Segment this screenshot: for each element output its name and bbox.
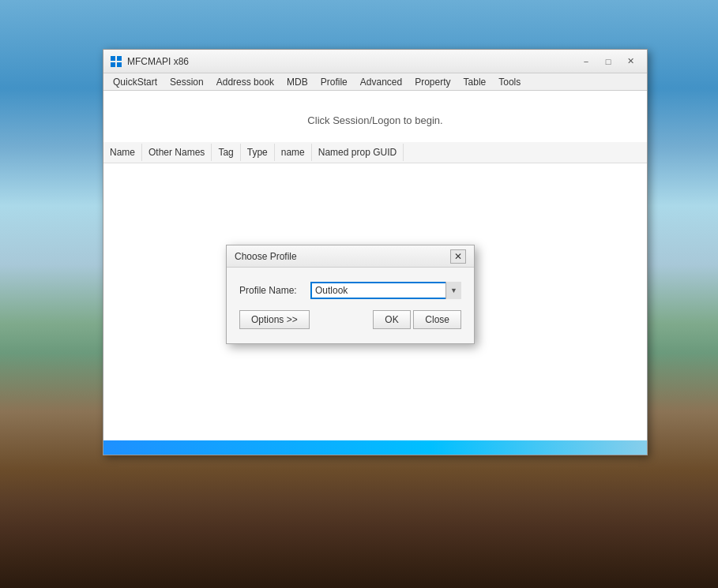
svg-rect-0 xyxy=(111,56,115,61)
choose-profile-dialog: Choose Profile ✕ Profile Name: Outlook ▼… xyxy=(226,245,475,344)
content-area: Click Session/Logon to begin. Name Other… xyxy=(103,91,647,455)
menu-address-book[interactable]: Address book xyxy=(210,73,280,90)
col-name2: name xyxy=(275,144,312,161)
menu-tools[interactable]: Tools xyxy=(492,73,527,90)
session-prompt: Click Session/Logon to begin. xyxy=(103,99,647,142)
col-tag: Tag xyxy=(212,144,240,161)
dialog-close-action-button[interactable]: Close xyxy=(413,310,461,329)
app-icon xyxy=(110,55,122,68)
col-name: Name xyxy=(103,144,142,161)
col-other-names: Other Names xyxy=(142,144,212,161)
column-headers: Name Other Names Tag Type name Named pro… xyxy=(103,142,647,163)
col-named-prop-guid: Named prop GUID xyxy=(312,144,404,161)
menu-profile[interactable]: Profile xyxy=(314,73,354,90)
menu-property[interactable]: Property xyxy=(408,73,457,90)
options-button[interactable]: Options >> xyxy=(239,310,310,329)
col-type: Type xyxy=(241,144,275,161)
profile-name-label: Profile Name: xyxy=(239,285,310,296)
menu-table[interactable]: Table xyxy=(457,73,493,90)
svg-rect-1 xyxy=(117,56,122,61)
dialog-btn-left-group: Options >> xyxy=(239,310,373,329)
window-title: MFCMAPI x86 xyxy=(127,56,576,67)
profile-name-select[interactable]: Outlook xyxy=(310,282,461,299)
menu-mdb[interactable]: MDB xyxy=(280,73,314,90)
window-controls: − □ ✕ xyxy=(576,54,641,69)
profile-name-row: Profile Name: Outlook ▼ xyxy=(239,282,461,299)
dialog-buttons: Options >> OK Close xyxy=(239,310,461,334)
svg-rect-2 xyxy=(111,62,115,67)
profile-select-wrapper: Outlook ▼ xyxy=(310,282,461,299)
maximize-button[interactable]: □ xyxy=(598,54,618,69)
dialog-body: Profile Name: Outlook ▼ Options >> OK Cl… xyxy=(227,268,474,343)
ok-button[interactable]: OK xyxy=(373,310,410,329)
menu-quickstart[interactable]: QuickStart xyxy=(107,73,164,90)
close-window-button[interactable]: ✕ xyxy=(620,54,641,69)
dialog-close-button[interactable]: ✕ xyxy=(450,249,466,264)
app-window: MFCMAPI x86 − □ ✕ QuickStart Session Add… xyxy=(103,49,648,455)
menu-session[interactable]: Session xyxy=(164,73,210,90)
title-bar: MFCMAPI x86 − □ ✕ xyxy=(103,50,647,73)
menu-bar: QuickStart Session Address book MDB Prof… xyxy=(103,73,647,91)
bottom-bar xyxy=(103,440,647,455)
svg-rect-3 xyxy=(117,62,122,67)
minimize-button[interactable]: − xyxy=(576,54,596,69)
dialog-title-bar: Choose Profile ✕ xyxy=(227,245,474,268)
dialog-title: Choose Profile xyxy=(235,251,450,262)
menu-advanced[interactable]: Advanced xyxy=(354,73,408,90)
